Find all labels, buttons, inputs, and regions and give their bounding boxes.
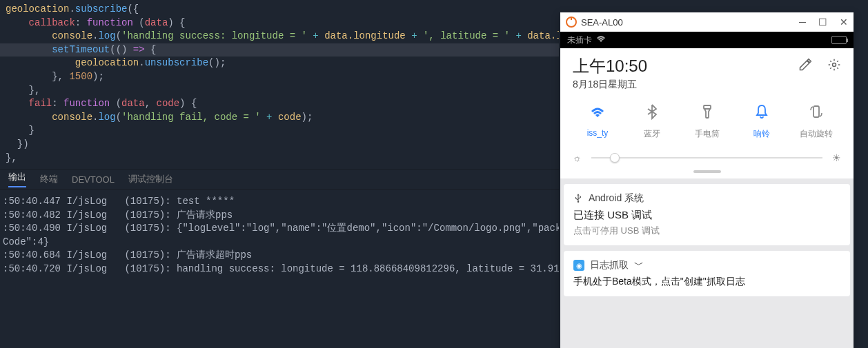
toggle-label: 响铃 [753, 128, 770, 140]
output-log[interactable]: :50:40.447 I/jsLog (10175): test *****:5… [0, 190, 559, 348]
device-preview-window: SEA-AL00 ─ ☐ ✕ 未插卡 上午10:50 8月18日星期五 [560, 12, 854, 348]
log-line: Code":4} [0, 236, 559, 249]
code-line[interactable]: setTimeout(() => { [0, 43, 559, 57]
code-line[interactable]: }, 1500); [0, 70, 559, 84]
code-line[interactable]: console.log('handling fail, code = ' + c… [0, 111, 559, 125]
log-line: :50:40.447 I/jsLog (10175): test ***** [0, 195, 559, 209]
notification-app-name: Android 系统 [589, 192, 644, 205]
toggle-bell[interactable]: 响铃 [737, 103, 787, 140]
toggle-flashlight[interactable]: 手电筒 [682, 103, 732, 140]
settings-icon[interactable] [827, 58, 841, 75]
code-editor[interactable]: geolocation.subscribe({ callback: functi… [0, 0, 559, 169]
svg-rect-1 [704, 105, 711, 109]
code-line[interactable]: }) [0, 138, 559, 152]
code-line[interactable]: }, [0, 84, 559, 98]
brightness-low-icon: ☼ [573, 152, 582, 163]
edit-icon[interactable] [798, 58, 812, 75]
code-line[interactable]: geolocation.unsubscribe(); [0, 57, 559, 70]
tab-devtool[interactable]: DEVTOOL [72, 174, 115, 185]
toggle-label: 自动旋转 [800, 128, 833, 140]
wifi-small-icon [596, 36, 606, 44]
toggle-bluetooth[interactable]: 蓝牙 [627, 103, 677, 140]
code-line[interactable]: }, [0, 152, 559, 165]
chevron-down-icon[interactable]: ﹀ [634, 259, 644, 272]
battery-icon [831, 36, 847, 44]
toggle-rotate[interactable]: 自动旋转 [791, 103, 841, 140]
log-line: :50:40.720 I/jsLog (10175): handling suc… [0, 263, 559, 276]
toggle-label: iss_ty [587, 128, 609, 138]
window-title-bar: SEA-AL00 ─ ☐ ✕ [560, 12, 854, 32]
panel-tabs: 输出终端DEVTOOL调试控制台 [0, 169, 559, 190]
notification-subtitle: 点击可停用 USB 调试 [573, 225, 840, 237]
flashlight-icon [699, 103, 716, 124]
brightness-slider-row: ☼ ☀ [573, 152, 841, 163]
code-line[interactable]: geolocation.subscribe({ [0, 3, 559, 17]
minimize-button[interactable]: ─ [799, 17, 806, 28]
panel-drag-handle[interactable] [693, 170, 721, 173]
log-line: :50:40.684 I/jsLog (10175): 广告请求超时pps [0, 249, 559, 263]
code-line[interactable]: } [0, 124, 559, 138]
code-line[interactable]: console.log('handling success: longitude… [0, 30, 559, 43]
svg-rect-2 [813, 106, 819, 117]
toggle-label: 手电筒 [695, 128, 720, 140]
code-line[interactable]: callback: function (data) { [0, 17, 559, 30]
code-line[interactable]: fail: function (data, code) { [0, 97, 559, 111]
log-line: :50:40.482 I/jsLog (10175): 广告请求pps [0, 209, 559, 223]
toggle-label: 蓝牙 [644, 128, 660, 140]
window-title: SEA-AL00 [581, 17, 623, 28]
device-status-bar: 未插卡 [560, 32, 854, 48]
brightness-thumb[interactable] [610, 153, 620, 163]
svg-point-0 [833, 63, 836, 67]
log-app-icon: ◉ [573, 260, 584, 271]
maximize-button[interactable]: ☐ [818, 17, 827, 28]
app-logo-icon [566, 17, 577, 28]
notification-title: 已连接 USB 调试 [573, 209, 840, 222]
usb-icon [573, 193, 583, 205]
log-line: :50:40.490 I/jsLog (10175): {"logLevel":… [0, 222, 559, 236]
tab-输出[interactable]: 输出 [8, 171, 26, 187]
clock-time: 上午10:50 [573, 55, 647, 77]
clock-date: 8月18日星期五 [573, 79, 647, 91]
notification-title: 手机处于Beta模式，点击"创建"抓取日志 [573, 276, 840, 288]
tab-调试控制台[interactable]: 调试控制台 [128, 173, 173, 185]
toggle-wifi[interactable]: iss_ty [573, 103, 622, 140]
wifi-icon [589, 103, 606, 124]
quick-settings-panel: 上午10:50 8月18日星期五 iss_ty蓝牙手电筒响铃自动旋转 ☼ ☀ [560, 48, 854, 178]
bell-icon [753, 103, 770, 124]
brightness-high-icon: ☀ [832, 152, 841, 163]
notification-app-name: 日志抓取 [590, 259, 629, 272]
close-button[interactable]: ✕ [840, 17, 848, 28]
notification-card[interactable]: Android 系统 已连接 USB 调试 点击可停用 USB 调试 [564, 184, 850, 245]
rotate-icon [808, 103, 825, 124]
bluetooth-icon [644, 103, 660, 124]
notification-card[interactable]: ◉ 日志抓取 ﹀ 手机处于Beta模式，点击"创建"抓取日志 [564, 251, 850, 296]
tab-终端[interactable]: 终端 [40, 173, 58, 185]
brightness-slider[interactable] [591, 157, 822, 158]
sim-status: 未插卡 [567, 34, 592, 46]
